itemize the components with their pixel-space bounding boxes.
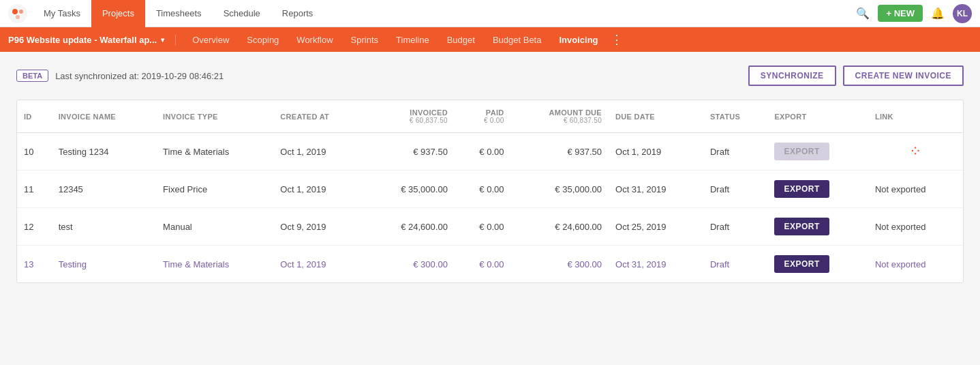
tab-workflow[interactable]: Workflow	[288, 27, 341, 52]
user-avatar[interactable]: KL	[953, 4, 972, 23]
cell-paid: € 0.00	[455, 208, 511, 246]
cell-export: EXPORT	[767, 133, 868, 171]
main-content: BETA Last synchronized at: 2019-10-29 08…	[0, 52, 980, 297]
link-dots-icon: ⁘	[909, 143, 921, 160]
cell-id: 13	[17, 246, 52, 283]
synchronize-button[interactable]: SYNCHRONIZE	[748, 65, 836, 86]
cell-due-date: Oct 25, 2019	[609, 208, 703, 246]
table-header-row: ID INVOICE NAME INVOICE TYPE CREATED AT …	[17, 100, 963, 133]
col-invoice-name: INVOICE NAME	[52, 100, 156, 133]
cell-id: 11	[17, 171, 52, 208]
top-navigation: My Tasks Projects Timesheets Schedule Re…	[0, 0, 980, 27]
paid-subheader: € 0.00	[461, 117, 504, 124]
cell-created-at: Oct 9, 2019	[273, 208, 365, 246]
cell-export[interactable]: EXPORT	[767, 246, 868, 283]
cell-invoice-name[interactable]: Testing	[52, 246, 156, 283]
cell-amount-due: € 35,000.00	[511, 171, 609, 208]
nav-right-actions: 🔍 + NEW 🔔 KL	[856, 4, 972, 23]
tab-timesheets[interactable]: Timesheets	[145, 0, 213, 27]
cell-amount-due: € 300.00	[511, 246, 609, 283]
cell-status: Draft	[703, 171, 767, 208]
cell-invoiced: € 300.00	[365, 246, 454, 283]
col-created-at: CREATED AT	[273, 100, 365, 133]
project-name[interactable]: P96 Website update - Waterfall ap... ▾	[8, 35, 176, 45]
project-navigation: P96 Website update - Waterfall ap... ▾ O…	[0, 27, 980, 52]
svg-point-3	[16, 15, 20, 19]
project-tabs: Overview Scoping Workflow Sprints Timeli…	[176, 27, 622, 52]
svg-point-2	[19, 10, 23, 14]
notifications-bell-icon[interactable]: 🔔	[931, 7, 945, 20]
not-exported-label: Not exported	[875, 184, 925, 194]
cell-due-date: Oct 31, 2019	[609, 171, 703, 208]
cell-invoice-name[interactable]: test	[52, 208, 156, 246]
table-row: 13 Testing Time & Materials Oct 1, 2019 …	[17, 246, 963, 283]
search-button[interactable]: 🔍	[856, 7, 870, 20]
export-button[interactable]: EXPORT	[774, 180, 829, 198]
tab-invoicing[interactable]: Invoicing	[551, 27, 606, 52]
header-actions: SYNCHRONIZE CREATE NEW INVOICE	[748, 65, 964, 86]
tab-timeline[interactable]: Timeline	[388, 27, 438, 52]
cell-invoice-type: Time & Materials	[156, 133, 273, 171]
cell-created-at: Oct 1, 2019	[273, 133, 365, 171]
col-export: EXPORT	[767, 100, 868, 133]
export-button[interactable]: EXPORT	[774, 218, 829, 235]
col-paid: PAID€ 0.00	[455, 100, 511, 133]
cell-amount-due: € 937.50	[511, 133, 609, 171]
cell-invoiced: € 937.50	[365, 133, 454, 171]
cell-paid: € 0.00	[455, 133, 511, 171]
tab-sprints[interactable]: Sprints	[343, 27, 386, 52]
more-options-button[interactable]: ⋮	[611, 32, 623, 47]
tab-budget-beta[interactable]: Budget Beta	[485, 27, 550, 52]
cell-invoice-name[interactable]: 12345	[52, 171, 156, 208]
cell-invoice-type: Manual	[156, 208, 273, 246]
tab-budget[interactable]: Budget	[439, 27, 483, 52]
cell-created-at: Oct 1, 2019	[273, 246, 365, 283]
col-invoiced: INVOICED€ 60,837.50	[365, 100, 454, 133]
tab-schedule[interactable]: Schedule	[213, 0, 271, 27]
cell-amount-due: € 24,600.00	[511, 208, 609, 246]
export-button[interactable]: EXPORT	[774, 255, 829, 273]
chevron-down-icon: ▾	[161, 36, 164, 44]
header-bar: BETA Last synchronized at: 2019-10-29 08…	[16, 65, 964, 86]
svg-point-1	[12, 9, 18, 14]
project-name-label: P96 Website update - Waterfall ap...	[8, 35, 157, 45]
tab-reports[interactable]: Reports	[271, 0, 324, 27]
create-new-invoice-button[interactable]: CREATE NEW INVOICE	[843, 65, 964, 86]
beta-section: BETA Last synchronized at: 2019-10-29 08…	[16, 70, 224, 82]
invoiced-subheader: € 60,837.50	[372, 117, 447, 124]
last-sync-text: Last synchronized at: 2019-10-29 08:46:2…	[55, 71, 224, 81]
cell-invoice-name[interactable]: Testing 1234	[52, 133, 156, 171]
cell-created-at: Oct 1, 2019	[273, 171, 365, 208]
cell-link: Not exported	[868, 171, 963, 208]
tab-scoping[interactable]: Scoping	[239, 27, 287, 52]
cell-status: Draft	[703, 246, 767, 283]
table-row: 11 12345 Fixed Price Oct 1, 2019 € 35,00…	[17, 171, 963, 208]
cell-paid: € 0.00	[455, 246, 511, 283]
main-nav-tabs: My Tasks Projects Timesheets Schedule Re…	[33, 0, 856, 27]
cell-invoice-type: Fixed Price	[156, 171, 273, 208]
col-amount-due: AMOUNT DUE€ 60,837.50	[511, 100, 609, 133]
tab-projects[interactable]: Projects	[91, 0, 145, 27]
cell-due-date: Oct 31, 2019	[609, 246, 703, 283]
cell-id: 10	[17, 133, 52, 171]
cell-export[interactable]: EXPORT	[767, 208, 868, 246]
cell-id: 12	[17, 208, 52, 246]
tab-my-tasks[interactable]: My Tasks	[33, 0, 91, 27]
link-icon[interactable]: ⁘	[875, 143, 956, 160]
not-exported-label: Not exported	[875, 222, 925, 232]
amount-due-subheader: € 60,837.50	[518, 117, 602, 124]
cell-paid: € 0.00	[455, 171, 511, 208]
beta-badge: BETA	[16, 70, 48, 82]
cell-link: Not exported	[868, 208, 963, 246]
cell-invoiced: € 35,000.00	[365, 171, 454, 208]
cell-status: Draft	[703, 133, 767, 171]
cell-export[interactable]: EXPORT	[767, 171, 868, 208]
tab-overview[interactable]: Overview	[184, 27, 237, 52]
invoice-table-container: ID INVOICE NAME INVOICE TYPE CREATED AT …	[16, 100, 964, 283]
col-status: STATUS	[703, 100, 767, 133]
not-exported-label: Not exported	[875, 259, 925, 269]
col-invoice-type: INVOICE TYPE	[156, 100, 273, 133]
app-logo	[8, 4, 27, 23]
new-button[interactable]: + NEW	[878, 5, 923, 22]
col-link: LINK	[868, 100, 963, 133]
